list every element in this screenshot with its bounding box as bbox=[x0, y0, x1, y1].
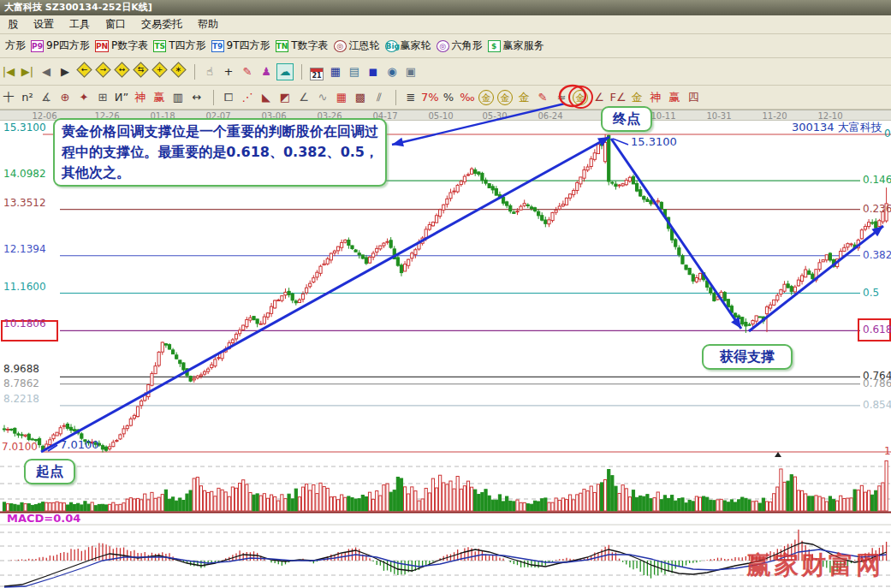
gann-wheel-icon: ◎ bbox=[334, 40, 347, 52]
toolbar-button-p-number-table[interactable]: PNP数字表 bbox=[95, 39, 148, 53]
notepad-icon[interactable]: ▤ bbox=[346, 63, 363, 80]
crosshair-tool-icon[interactable]: + bbox=[220, 63, 237, 80]
shift-right-icon[interactable]: → bbox=[94, 63, 111, 80]
first-bar-icon[interactable]: |◀ bbox=[0, 63, 17, 80]
ying-angle-tool-icon[interactable]: 赢 bbox=[666, 89, 683, 106]
start-point-callout[interactable]: 起点 bbox=[24, 459, 75, 484]
gold-angle-tool-icon[interactable]: 金 bbox=[628, 89, 645, 106]
grid-dark-tool-icon[interactable]: ▩ bbox=[352, 89, 369, 106]
toolbar-button-t-square[interactable]: TST四方形 bbox=[153, 39, 205, 53]
ying-tool-icon[interactable]: 赢 bbox=[151, 89, 168, 106]
fib-level-label-0.5: 0.5 bbox=[863, 288, 879, 299]
diag-box-tool-icon[interactable]: ◩ bbox=[276, 89, 294, 106]
expand-bars-icon[interactable]: ∗ bbox=[169, 63, 187, 80]
smart-tool-icon[interactable]: ☁ bbox=[276, 63, 294, 80]
title-bar[interactable]: 大富科技 SZ300134-252日K线] bbox=[0, 0, 891, 15]
circle-target-tool-icon[interactable]: ⊕ bbox=[56, 89, 74, 106]
price-level-label-8.2218: 8.2218 bbox=[3, 394, 58, 405]
n-square-tool-icon[interactable]: n² bbox=[19, 89, 36, 106]
next-bar-icon[interactable]: ▶ bbox=[56, 63, 74, 80]
zigzag-tool-icon[interactable]: ∿ bbox=[314, 89, 331, 106]
step-lines-tool-icon[interactable]: ≣ bbox=[402, 89, 419, 106]
fib-level-label-0.786: 0.786 bbox=[863, 378, 891, 389]
price-level-label-14.0982: 14.0982 bbox=[3, 169, 58, 180]
price-level-label-8.9688: 8.9688 bbox=[3, 364, 58, 375]
menu-item-5[interactable]: 帮助 bbox=[190, 15, 226, 33]
angle-ray-tool-icon[interactable]: ∠ bbox=[591, 89, 608, 106]
toolbar-button-t-number-table[interactable]: TNT数字表 bbox=[276, 39, 329, 53]
menu-item-1[interactable]: 设置 bbox=[26, 15, 62, 33]
calculator-icon[interactable]: ▦ bbox=[327, 63, 344, 80]
gold-underline-tool-icon[interactable]: 金 bbox=[515, 89, 532, 106]
toolbar-button-hexagon[interactable]: ◎六角形 bbox=[437, 39, 483, 53]
toolbar-separator bbox=[194, 64, 195, 80]
save-web-icon[interactable]: ◉ bbox=[383, 63, 401, 80]
date-tick-11-20: 11-20 bbox=[762, 110, 787, 122]
cross-line-tool-icon[interactable]: 十 bbox=[0, 89, 17, 106]
grid-target-tool-icon[interactable]: ⊞ bbox=[94, 89, 111, 106]
grid-red-tool-icon[interactable]: ▦ bbox=[333, 89, 350, 106]
end-point-text: 终点 bbox=[613, 110, 640, 127]
angle-line-tool-icon[interactable]: ∠ bbox=[295, 89, 312, 106]
shift-left-icon[interactable]: ← bbox=[75, 63, 92, 80]
gold-circle-tool-1-icon[interactable]: 金 bbox=[478, 89, 495, 106]
nine-t-square-label: 9T四方形 bbox=[227, 39, 270, 53]
toolbar-button-nine-t-square[interactable]: T99T四方形 bbox=[211, 39, 270, 53]
compress-bars-icon[interactable]: + bbox=[151, 63, 168, 80]
gold-circle-tool-2-icon[interactable]: 金 bbox=[496, 89, 514, 106]
save-icon[interactable]: ◼ bbox=[365, 63, 382, 80]
wave-tool-icon[interactable]: ≈ bbox=[553, 89, 570, 106]
explain-callout[interactable]: 黄金价格回调支撑位是一个重要的判断股价在回调过程中的支撑位。最重要的是0.618… bbox=[53, 118, 387, 187]
p-number-table-icon: PN bbox=[95, 40, 109, 52]
shen-angle-tool-icon[interactable]: 神 bbox=[647, 89, 664, 106]
angle-slash-tool-icon[interactable]: ∡ bbox=[38, 89, 55, 106]
zoom-out-h-icon[interactable]: ↔ bbox=[113, 63, 130, 80]
gann-stamp-tool-icon[interactable]: ♟ bbox=[258, 63, 275, 80]
parallel-lines-tool-icon[interactable]: ⫽ bbox=[371, 89, 388, 106]
percent-tool-icon[interactable]: % bbox=[440, 89, 457, 106]
support-callout[interactable]: 获得支撑 bbox=[702, 344, 793, 370]
toolbar-button-square-shape[interactable]: 方形 bbox=[5, 39, 26, 53]
fan-box-tool-icon[interactable]: ◣ bbox=[258, 89, 275, 106]
hand-tool-icon[interactable]: ☝ bbox=[201, 63, 218, 80]
date-tick-12-06: 12-06 bbox=[32, 110, 56, 122]
start-price-label-red: 7.0100 bbox=[2, 441, 38, 453]
ruler-123-tool-icon[interactable]: ▥ bbox=[169, 89, 187, 106]
toolbar-button-winner-wheel[interactable]: Big赢家轮 bbox=[385, 39, 431, 53]
golden-section-tool-icon[interactable]: 金 bbox=[572, 89, 589, 106]
zoom-in-h-icon[interactable]: ⇆ bbox=[132, 63, 149, 80]
box-handles-tool-icon[interactable]: ⧠ bbox=[220, 89, 237, 106]
fan-lines-tool-icon[interactable]: ⋰ bbox=[239, 89, 256, 106]
starburst-tool-icon[interactable]: ✦ bbox=[75, 89, 92, 106]
toolbar-button-gann-wheel[interactable]: ◎江恩轮 bbox=[334, 39, 380, 53]
menu-item-3[interactable]: 窗口 bbox=[98, 15, 134, 33]
prev-bar-icon[interactable]: ◀ bbox=[38, 63, 55, 80]
quote-marks-tool-icon[interactable]: И” bbox=[113, 89, 130, 106]
toolbar-button-winner-service[interactable]: $赢家服务 bbox=[488, 39, 544, 53]
menu-item-0[interactable]: 股 bbox=[0, 15, 26, 33]
toolbar-button-nine-p-square[interactable]: P99P四方形 bbox=[31, 39, 90, 53]
pen-tool-icon[interactable]: ✎ bbox=[239, 63, 256, 80]
date-tick-10-11: 10-11 bbox=[650, 110, 675, 122]
end-point-callout[interactable]: 终点 bbox=[601, 106, 652, 132]
width-arrow-tool-icon[interactable]: ↔ bbox=[188, 89, 205, 106]
menu-item-2[interactable]: 工具 bbox=[62, 15, 98, 33]
t-square-label: T四方形 bbox=[169, 39, 205, 53]
menu-item-4[interactable]: 交易委托 bbox=[134, 15, 190, 33]
date-tick-06-24: 06-24 bbox=[538, 110, 562, 122]
explain-callout-text: 黄金价格回调支撑位是一个重要的判断股价在回调过程中的支撑位。最重要的是0.618… bbox=[62, 123, 378, 181]
calendar-icon[interactable]: 21 bbox=[308, 63, 325, 80]
si-angle-tool-icon[interactable]: 四 bbox=[685, 89, 702, 106]
price-level-label-10.1806: 10.1806 bbox=[3, 318, 58, 330]
macd-value-label: MACD=0.04 bbox=[7, 512, 80, 525]
winner-service-label: 赢家服务 bbox=[503, 39, 544, 53]
seven-percent-tool-icon[interactable]: 7% bbox=[421, 89, 438, 106]
fib-level-label-0.236: 0.236 bbox=[863, 204, 891, 215]
brush-tool-icon[interactable]: ✎ bbox=[534, 89, 551, 106]
f-angle-tool-icon[interactable]: F∠ bbox=[609, 89, 627, 106]
winner-wheel-label: 赢家轮 bbox=[401, 39, 431, 53]
permille-tool-icon[interactable]: ‰ bbox=[459, 89, 476, 106]
last-bar-icon[interactable]: ▶| bbox=[19, 63, 36, 80]
print-icon[interactable]: ▣ bbox=[402, 63, 419, 80]
shen-tool-icon[interactable]: 神 bbox=[132, 89, 149, 106]
